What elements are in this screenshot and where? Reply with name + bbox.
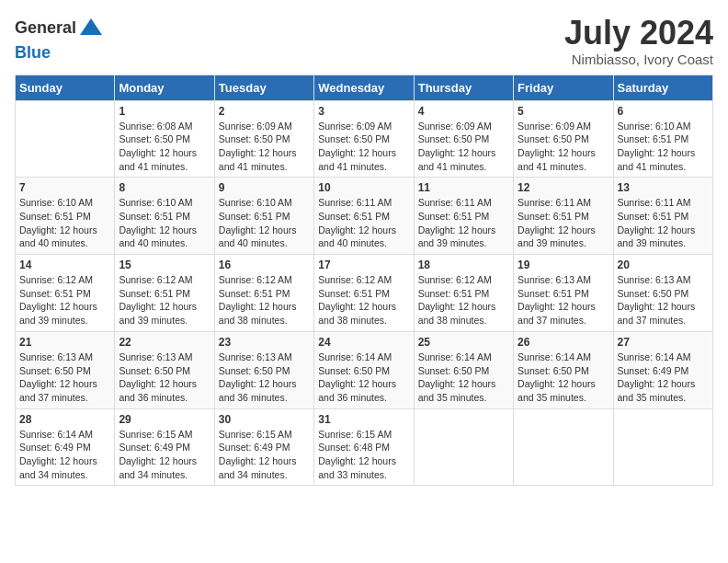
- day-number: 6: [618, 105, 709, 118]
- calendar-cell: 30Sunrise: 6:15 AMSunset: 6:49 PMDayligh…: [214, 408, 313, 486]
- calendar-cell: 16Sunrise: 6:12 AMSunset: 6:51 PMDayligh…: [214, 255, 313, 332]
- day-info: Sunrise: 6:09 AMSunset: 6:50 PMDaylight:…: [318, 120, 409, 174]
- calendar-cell: 21Sunrise: 6:13 AMSunset: 6:50 PMDayligh…: [16, 331, 115, 408]
- day-info: Sunrise: 6:13 AMSunset: 6:50 PMDaylight:…: [618, 273, 709, 327]
- day-info: Sunrise: 6:15 AMSunset: 6:49 PMDaylight:…: [119, 428, 210, 482]
- col-header-saturday: Saturday: [613, 75, 712, 100]
- calendar-cell: 3Sunrise: 6:09 AMSunset: 6:50 PMDaylight…: [314, 100, 414, 178]
- day-info: Sunrise: 6:10 AMSunset: 6:51 PMDaylight:…: [219, 196, 310, 250]
- day-info: Sunrise: 6:14 AMSunset: 6:49 PMDaylight:…: [19, 428, 110, 482]
- month-title: July 2024: [564, 15, 713, 52]
- day-number: 25: [418, 336, 509, 349]
- day-number: 1: [119, 105, 210, 118]
- day-info: Sunrise: 6:11 AMSunset: 6:51 PMDaylight:…: [518, 196, 609, 250]
- day-info: Sunrise: 6:14 AMSunset: 6:50 PMDaylight:…: [518, 350, 609, 405]
- logo-icon: [78, 15, 104, 40]
- calendar-cell: 17Sunrise: 6:12 AMSunset: 6:51 PMDayligh…: [314, 255, 414, 332]
- day-number: 2: [219, 105, 310, 118]
- calendar-cell: 29Sunrise: 6:15 AMSunset: 6:49 PMDayligh…: [115, 408, 214, 486]
- day-number: 13: [618, 181, 709, 194]
- day-number: 15: [119, 259, 210, 271]
- calendar-week-row: 1Sunrise: 6:08 AMSunset: 6:50 PMDaylight…: [16, 100, 713, 178]
- day-number: 30: [219, 413, 310, 426]
- calendar-cell: 28Sunrise: 6:14 AMSunset: 6:49 PMDayligh…: [16, 408, 115, 486]
- col-header-friday: Friday: [514, 75, 613, 100]
- logo-blue-text: Blue: [15, 43, 51, 62]
- day-number: 22: [119, 336, 210, 349]
- day-number: 20: [618, 259, 709, 271]
- day-info: Sunrise: 6:11 AMSunset: 6:51 PMDaylight:…: [618, 196, 709, 250]
- col-header-monday: Monday: [115, 75, 214, 100]
- col-header-thursday: Thursday: [414, 75, 513, 100]
- calendar-cell: 14Sunrise: 6:12 AMSunset: 6:51 PMDayligh…: [16, 255, 115, 332]
- calendar-cell: [16, 100, 115, 178]
- day-info: Sunrise: 6:12 AMSunset: 6:51 PMDaylight:…: [219, 273, 310, 327]
- day-info: Sunrise: 6:10 AMSunset: 6:51 PMDaylight:…: [19, 196, 110, 250]
- day-info: Sunrise: 6:12 AMSunset: 6:51 PMDaylight:…: [119, 273, 210, 327]
- day-info: Sunrise: 6:09 AMSunset: 6:50 PMDaylight:…: [219, 120, 310, 174]
- day-number: 4: [418, 105, 509, 118]
- calendar-cell: 18Sunrise: 6:12 AMSunset: 6:51 PMDayligh…: [414, 255, 513, 332]
- calendar-cell: 19Sunrise: 6:13 AMSunset: 6:51 PMDayligh…: [514, 255, 613, 332]
- calendar-cell: 20Sunrise: 6:13 AMSunset: 6:50 PMDayligh…: [613, 255, 712, 332]
- col-header-sunday: Sunday: [16, 75, 115, 100]
- calendar-cell: 25Sunrise: 6:14 AMSunset: 6:50 PMDayligh…: [414, 331, 513, 408]
- calendar-table: SundayMondayTuesdayWednesdayThursdayFrid…: [15, 75, 713, 487]
- day-info: Sunrise: 6:14 AMSunset: 6:50 PMDaylight:…: [318, 350, 409, 405]
- col-header-wednesday: Wednesday: [314, 75, 414, 100]
- calendar-cell: 26Sunrise: 6:14 AMSunset: 6:50 PMDayligh…: [514, 331, 613, 408]
- day-info: Sunrise: 6:10 AMSunset: 6:51 PMDaylight:…: [119, 196, 210, 250]
- calendar-header-row: SundayMondayTuesdayWednesdayThursdayFrid…: [16, 75, 713, 100]
- day-number: 12: [518, 181, 609, 194]
- day-info: Sunrise: 6:08 AMSunset: 6:50 PMDaylight:…: [119, 120, 210, 174]
- calendar-cell: 11Sunrise: 6:11 AMSunset: 6:51 PMDayligh…: [414, 178, 513, 255]
- calendar-cell: 7Sunrise: 6:10 AMSunset: 6:51 PMDaylight…: [16, 178, 115, 255]
- logo: General Blue: [15, 15, 104, 63]
- day-number: 11: [418, 181, 509, 194]
- day-info: Sunrise: 6:12 AMSunset: 6:51 PMDaylight:…: [19, 273, 110, 327]
- day-info: Sunrise: 6:13 AMSunset: 6:50 PMDaylight:…: [219, 350, 310, 405]
- day-info: Sunrise: 6:14 AMSunset: 6:50 PMDaylight:…: [418, 350, 509, 405]
- day-info: Sunrise: 6:13 AMSunset: 6:50 PMDaylight:…: [119, 350, 210, 405]
- day-number: 29: [119, 413, 210, 426]
- day-info: Sunrise: 6:15 AMSunset: 6:48 PMDaylight:…: [318, 428, 409, 482]
- day-number: 5: [518, 105, 609, 118]
- calendar-cell: 22Sunrise: 6:13 AMSunset: 6:50 PMDayligh…: [115, 331, 214, 408]
- calendar-week-row: 7Sunrise: 6:10 AMSunset: 6:51 PMDaylight…: [16, 178, 713, 255]
- day-info: Sunrise: 6:09 AMSunset: 6:50 PMDaylight:…: [418, 120, 509, 174]
- day-number: 14: [19, 259, 110, 271]
- day-number: 9: [219, 181, 310, 194]
- calendar-cell: 5Sunrise: 6:09 AMSunset: 6:50 PMDaylight…: [514, 100, 613, 178]
- calendar-cell: [414, 408, 513, 486]
- day-info: Sunrise: 6:11 AMSunset: 6:51 PMDaylight:…: [418, 196, 509, 250]
- day-number: 26: [518, 336, 609, 349]
- day-number: 17: [318, 259, 409, 271]
- day-number: 28: [19, 413, 110, 426]
- calendar-cell: 10Sunrise: 6:11 AMSunset: 6:51 PMDayligh…: [314, 178, 414, 255]
- calendar-week-row: 14Sunrise: 6:12 AMSunset: 6:51 PMDayligh…: [16, 255, 713, 332]
- day-number: 16: [219, 259, 310, 271]
- day-number: 31: [318, 413, 409, 426]
- day-number: 21: [19, 336, 110, 349]
- day-info: Sunrise: 6:13 AMSunset: 6:51 PMDaylight:…: [518, 273, 609, 327]
- day-number: 3: [318, 105, 409, 118]
- calendar-cell: 27Sunrise: 6:14 AMSunset: 6:49 PMDayligh…: [613, 331, 712, 408]
- calendar-cell: 12Sunrise: 6:11 AMSunset: 6:51 PMDayligh…: [514, 178, 613, 255]
- title-section: July 2024 Nimbiasso, Ivory Coast: [564, 15, 713, 67]
- day-number: 7: [19, 181, 110, 194]
- day-info: Sunrise: 6:11 AMSunset: 6:51 PMDaylight:…: [318, 196, 409, 250]
- svg-marker-0: [80, 18, 102, 35]
- calendar-cell: [613, 408, 712, 486]
- calendar-cell: 4Sunrise: 6:09 AMSunset: 6:50 PMDaylight…: [414, 100, 513, 178]
- day-number: 27: [618, 336, 709, 349]
- day-info: Sunrise: 6:09 AMSunset: 6:50 PMDaylight:…: [518, 120, 609, 174]
- day-number: 18: [418, 259, 509, 271]
- day-number: 19: [518, 259, 609, 271]
- day-number: 23: [219, 336, 310, 349]
- calendar-cell: 2Sunrise: 6:09 AMSunset: 6:50 PMDaylight…: [214, 100, 313, 178]
- calendar-cell: 23Sunrise: 6:13 AMSunset: 6:50 PMDayligh…: [214, 331, 313, 408]
- calendar-cell: 24Sunrise: 6:14 AMSunset: 6:50 PMDayligh…: [314, 331, 414, 408]
- day-info: Sunrise: 6:10 AMSunset: 6:51 PMDaylight:…: [618, 120, 709, 174]
- day-info: Sunrise: 6:12 AMSunset: 6:51 PMDaylight:…: [318, 273, 409, 327]
- day-info: Sunrise: 6:14 AMSunset: 6:49 PMDaylight:…: [618, 350, 709, 405]
